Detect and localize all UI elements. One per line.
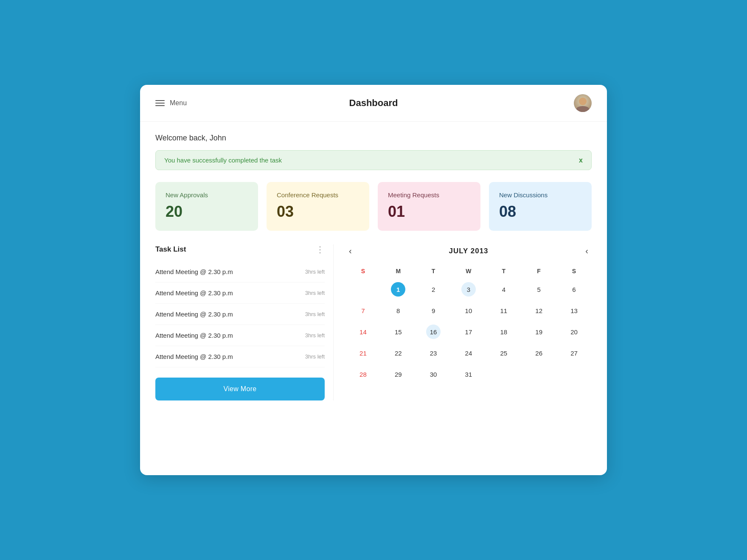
calendar-day-header: W — [451, 265, 486, 279]
calendar-day[interactable]: 13 — [556, 300, 592, 321]
calendar-day-number[interactable]: 25 — [497, 346, 511, 360]
calendar-day[interactable]: 15 — [381, 321, 416, 342]
calendar-day[interactable]: 26 — [521, 342, 556, 364]
calendar-day[interactable]: 25 — [486, 342, 521, 364]
task-list-panel: Task List ⋮ Attend Meeting @ 2.30 p.m 3h… — [155, 244, 334, 400]
calendar-day — [556, 364, 592, 385]
stat-card-new-approvals: New Approvals 20 — [155, 182, 258, 231]
calendar-day[interactable]: 11 — [486, 300, 521, 321]
calendar-day[interactable]: 30 — [416, 364, 451, 385]
stat-card-new-discussions: New Discussions 08 — [489, 182, 592, 231]
calendar-day[interactable]: 20 — [556, 321, 592, 342]
calendar-day[interactable]: 10 — [451, 300, 486, 321]
calendar-day-number[interactable]: 28 — [356, 367, 370, 381]
task-time: 3hrs left — [305, 311, 325, 317]
calendar-day[interactable]: 31 — [451, 364, 486, 385]
task-name: Attend Meeting @ 2.30 p.m — [155, 311, 233, 318]
calendar-day-number[interactable]: 12 — [532, 303, 546, 318]
calendar-today-day[interactable]: 3 — [461, 282, 476, 297]
task-item: Attend Meeting @ 2.30 p.m 3hrs left — [155, 261, 325, 283]
calendar-day-number[interactable]: 17 — [461, 325, 476, 339]
calendar-day-number[interactable]: 13 — [567, 303, 581, 318]
calendar-day-header: F — [521, 265, 556, 279]
calendar-day-number[interactable]: 20 — [567, 325, 581, 339]
task-item: Attend Meeting @ 2.30 p.m 3hrs left — [155, 283, 325, 304]
calendar-day-number[interactable]: 6 — [567, 282, 581, 297]
welcome-text: Welcome back, John — [155, 134, 592, 143]
calendar-day[interactable]: 14 — [345, 321, 381, 342]
menu-label: Menu — [170, 99, 187, 107]
calendar-day[interactable]: 3 — [451, 279, 486, 300]
stat-label-new-discussions: New Discussions — [499, 191, 581, 199]
calendar-day[interactable]: 17 — [451, 321, 486, 342]
avatar[interactable] — [574, 94, 592, 112]
calendar-day[interactable]: 4 — [486, 279, 521, 300]
calendar-day-number[interactable]: 30 — [426, 367, 441, 381]
calendar-day-number[interactable]: 7 — [356, 303, 370, 318]
calendar-next-button[interactable]: ‹ — [582, 244, 592, 258]
calendar-prev-button[interactable]: ‹ — [345, 244, 355, 258]
calendar-day-number[interactable]: 11 — [497, 303, 511, 318]
calendar-day-number[interactable]: 22 — [391, 346, 405, 360]
calendar-day-number[interactable]: 5 — [532, 282, 546, 297]
task-time: 3hrs left — [305, 290, 325, 296]
calendar-day[interactable]: 9 — [416, 300, 451, 321]
stat-card-conference-requests: Conference Requests 03 — [267, 182, 369, 231]
calendar-day[interactable]: 5 — [521, 279, 556, 300]
calendar-day[interactable]: 27 — [556, 342, 592, 364]
calendar-day-number[interactable]: 19 — [532, 325, 546, 339]
calendar-day-header: S — [345, 265, 381, 279]
task-item: Attend Meeting @ 2.30 p.m 3hrs left — [155, 304, 325, 325]
calendar-active-day[interactable]: 1 — [391, 282, 405, 297]
calendar-day-number[interactable]: 4 — [497, 282, 511, 297]
stat-value-new-discussions: 08 — [499, 203, 581, 221]
calendar-day[interactable]: 22 — [381, 342, 416, 364]
calendar-day[interactable]: 28 — [345, 364, 381, 385]
stat-value-meeting-requests: 01 — [388, 203, 470, 221]
calendar-day-number[interactable]: 18 — [497, 325, 511, 339]
calendar-day-number[interactable]: 21 — [356, 346, 370, 360]
calendar-day[interactable]: 29 — [381, 364, 416, 385]
calendar-grid: SMTWTFS 12345678910111213141516171819202… — [345, 265, 592, 385]
task-items-container: Attend Meeting @ 2.30 p.m 3hrs left Atte… — [155, 261, 325, 367]
calendar-day-number[interactable]: 26 — [532, 346, 546, 360]
calendar-day-number[interactable]: 8 — [391, 303, 405, 318]
close-banner-button[interactable]: x — [579, 157, 583, 164]
calendar-day[interactable]: 1 — [381, 279, 416, 300]
calendar-day-number[interactable]: 2 — [426, 282, 441, 297]
calendar-day[interactable]: 12 — [521, 300, 556, 321]
header-left: Menu — [155, 99, 187, 107]
calendar-day[interactable]: 23 — [416, 342, 451, 364]
calendar-day[interactable]: 24 — [451, 342, 486, 364]
calendar-day[interactable]: 8 — [381, 300, 416, 321]
stat-card-meeting-requests: Meeting Requests 01 — [378, 182, 480, 231]
success-banner: You have successfully completed the task… — [155, 150, 592, 170]
calendar-day[interactable]: 18 — [486, 321, 521, 342]
calendar-day[interactable]: 7 — [345, 300, 381, 321]
calendar-day-number[interactable]: 27 — [567, 346, 581, 360]
calendar-day[interactable]: 21 — [345, 342, 381, 364]
calendar-day[interactable]: 19 — [521, 321, 556, 342]
task-list-header: Task List ⋮ — [155, 244, 325, 255]
calendar-day-number[interactable]: 9 — [426, 303, 441, 318]
calendar-selected-day[interactable]: 16 — [426, 325, 441, 339]
calendar-day-header: S — [556, 265, 592, 279]
calendar-day-number[interactable]: 15 — [391, 325, 405, 339]
calendar-day-number[interactable]: 24 — [461, 346, 476, 360]
calendar-day-number[interactable]: 10 — [461, 303, 476, 318]
calendar-day-number[interactable]: 14 — [356, 325, 370, 339]
hamburger-icon[interactable] — [155, 100, 165, 106]
task-name: Attend Meeting @ 2.30 p.m — [155, 332, 233, 339]
calendar-day-number[interactable]: 29 — [391, 367, 405, 381]
task-time: 3hrs left — [305, 353, 325, 360]
calendar-day[interactable]: 2 — [416, 279, 451, 300]
calendar-day-number[interactable]: 23 — [426, 346, 441, 360]
calendar-day-number[interactable]: 31 — [461, 367, 476, 381]
calendar-day[interactable]: 16 — [416, 321, 451, 342]
calendar-day[interactable]: 6 — [556, 279, 592, 300]
view-more-button[interactable]: View More — [155, 378, 325, 400]
stat-label-conference-requests: Conference Requests — [277, 191, 359, 199]
task-list-options-icon[interactable]: ⋮ — [316, 244, 325, 255]
task-time: 3hrs left — [305, 332, 325, 339]
stats-row: New Approvals 20 Conference Requests 03 … — [155, 182, 592, 231]
